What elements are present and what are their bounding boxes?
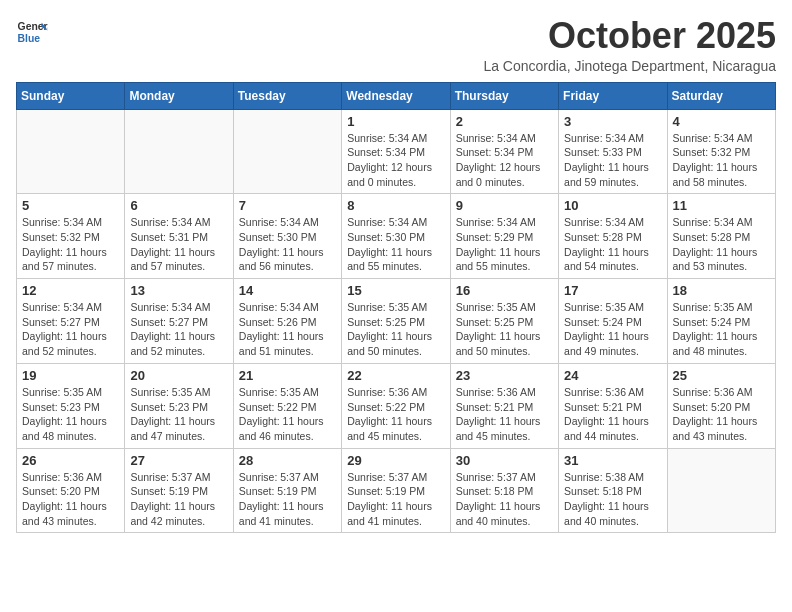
calendar-cell — [233, 109, 341, 194]
day-number: 17 — [564, 283, 661, 298]
day-info: Sunrise: 5:34 AM Sunset: 5:32 PM Dayligh… — [673, 131, 770, 190]
day-number: 4 — [673, 114, 770, 129]
day-info: Sunrise: 5:35 AM Sunset: 5:22 PM Dayligh… — [239, 385, 336, 444]
calendar-cell: 19Sunrise: 5:35 AM Sunset: 5:23 PM Dayli… — [17, 363, 125, 448]
day-info: Sunrise: 5:35 AM Sunset: 5:23 PM Dayligh… — [130, 385, 227, 444]
calendar-cell: 16Sunrise: 5:35 AM Sunset: 5:25 PM Dayli… — [450, 279, 558, 364]
day-number: 18 — [673, 283, 770, 298]
col-header-friday: Friday — [559, 82, 667, 109]
col-header-wednesday: Wednesday — [342, 82, 450, 109]
day-number: 5 — [22, 198, 119, 213]
day-info: Sunrise: 5:37 AM Sunset: 5:19 PM Dayligh… — [130, 470, 227, 529]
calendar-cell: 30Sunrise: 5:37 AM Sunset: 5:18 PM Dayli… — [450, 448, 558, 533]
calendar-cell: 20Sunrise: 5:35 AM Sunset: 5:23 PM Dayli… — [125, 363, 233, 448]
day-number: 2 — [456, 114, 553, 129]
day-number: 31 — [564, 453, 661, 468]
calendar-cell: 18Sunrise: 5:35 AM Sunset: 5:24 PM Dayli… — [667, 279, 775, 364]
calendar-cell: 14Sunrise: 5:34 AM Sunset: 5:26 PM Dayli… — [233, 279, 341, 364]
month-title: October 2025 — [483, 16, 776, 56]
title-block: October 2025 La Concordia, Jinotega Depa… — [483, 16, 776, 74]
week-row-1: 1Sunrise: 5:34 AM Sunset: 5:34 PM Daylig… — [17, 109, 776, 194]
calendar-cell: 25Sunrise: 5:36 AM Sunset: 5:20 PM Dayli… — [667, 363, 775, 448]
day-info: Sunrise: 5:34 AM Sunset: 5:30 PM Dayligh… — [239, 215, 336, 274]
day-number: 23 — [456, 368, 553, 383]
page-header: General Blue October 2025 La Concordia, … — [16, 16, 776, 74]
calendar-table: SundayMondayTuesdayWednesdayThursdayFrid… — [16, 82, 776, 534]
day-info: Sunrise: 5:34 AM Sunset: 5:31 PM Dayligh… — [130, 215, 227, 274]
calendar-cell: 9Sunrise: 5:34 AM Sunset: 5:29 PM Daylig… — [450, 194, 558, 279]
day-info: Sunrise: 5:35 AM Sunset: 5:23 PM Dayligh… — [22, 385, 119, 444]
day-number: 20 — [130, 368, 227, 383]
calendar-cell — [667, 448, 775, 533]
day-info: Sunrise: 5:37 AM Sunset: 5:18 PM Dayligh… — [456, 470, 553, 529]
day-info: Sunrise: 5:34 AM Sunset: 5:28 PM Dayligh… — [564, 215, 661, 274]
calendar-cell: 23Sunrise: 5:36 AM Sunset: 5:21 PM Dayli… — [450, 363, 558, 448]
col-header-saturday: Saturday — [667, 82, 775, 109]
day-number: 27 — [130, 453, 227, 468]
logo: General Blue — [16, 16, 48, 48]
location: La Concordia, Jinotega Department, Nicar… — [483, 58, 776, 74]
logo-icon: General Blue — [16, 16, 48, 48]
day-info: Sunrise: 5:36 AM Sunset: 5:21 PM Dayligh… — [456, 385, 553, 444]
calendar-cell: 2Sunrise: 5:34 AM Sunset: 5:34 PM Daylig… — [450, 109, 558, 194]
day-info: Sunrise: 5:34 AM Sunset: 5:33 PM Dayligh… — [564, 131, 661, 190]
col-header-thursday: Thursday — [450, 82, 558, 109]
day-info: Sunrise: 5:36 AM Sunset: 5:20 PM Dayligh… — [673, 385, 770, 444]
day-info: Sunrise: 5:36 AM Sunset: 5:20 PM Dayligh… — [22, 470, 119, 529]
day-number: 6 — [130, 198, 227, 213]
day-info: Sunrise: 5:35 AM Sunset: 5:25 PM Dayligh… — [347, 300, 444, 359]
day-info: Sunrise: 5:34 AM Sunset: 5:27 PM Dayligh… — [22, 300, 119, 359]
calendar-cell: 27Sunrise: 5:37 AM Sunset: 5:19 PM Dayli… — [125, 448, 233, 533]
calendar-cell: 24Sunrise: 5:36 AM Sunset: 5:21 PM Dayli… — [559, 363, 667, 448]
day-number: 8 — [347, 198, 444, 213]
col-header-tuesday: Tuesday — [233, 82, 341, 109]
col-header-sunday: Sunday — [17, 82, 125, 109]
week-row-5: 26Sunrise: 5:36 AM Sunset: 5:20 PM Dayli… — [17, 448, 776, 533]
day-info: Sunrise: 5:35 AM Sunset: 5:24 PM Dayligh… — [564, 300, 661, 359]
calendar-cell: 13Sunrise: 5:34 AM Sunset: 5:27 PM Dayli… — [125, 279, 233, 364]
calendar-cell: 21Sunrise: 5:35 AM Sunset: 5:22 PM Dayli… — [233, 363, 341, 448]
calendar-cell: 17Sunrise: 5:35 AM Sunset: 5:24 PM Dayli… — [559, 279, 667, 364]
day-info: Sunrise: 5:36 AM Sunset: 5:21 PM Dayligh… — [564, 385, 661, 444]
calendar-cell: 4Sunrise: 5:34 AM Sunset: 5:32 PM Daylig… — [667, 109, 775, 194]
day-number: 30 — [456, 453, 553, 468]
day-info: Sunrise: 5:34 AM Sunset: 5:30 PM Dayligh… — [347, 215, 444, 274]
day-number: 22 — [347, 368, 444, 383]
calendar-cell: 6Sunrise: 5:34 AM Sunset: 5:31 PM Daylig… — [125, 194, 233, 279]
calendar-cell: 1Sunrise: 5:34 AM Sunset: 5:34 PM Daylig… — [342, 109, 450, 194]
day-number: 29 — [347, 453, 444, 468]
day-info: Sunrise: 5:38 AM Sunset: 5:18 PM Dayligh… — [564, 470, 661, 529]
day-number: 11 — [673, 198, 770, 213]
day-number: 13 — [130, 283, 227, 298]
day-number: 10 — [564, 198, 661, 213]
calendar-cell: 12Sunrise: 5:34 AM Sunset: 5:27 PM Dayli… — [17, 279, 125, 364]
calendar-cell: 11Sunrise: 5:34 AM Sunset: 5:28 PM Dayli… — [667, 194, 775, 279]
calendar-cell: 7Sunrise: 5:34 AM Sunset: 5:30 PM Daylig… — [233, 194, 341, 279]
day-number: 9 — [456, 198, 553, 213]
calendar-cell: 26Sunrise: 5:36 AM Sunset: 5:20 PM Dayli… — [17, 448, 125, 533]
calendar-cell: 28Sunrise: 5:37 AM Sunset: 5:19 PM Dayli… — [233, 448, 341, 533]
calendar-cell: 3Sunrise: 5:34 AM Sunset: 5:33 PM Daylig… — [559, 109, 667, 194]
day-number: 19 — [22, 368, 119, 383]
day-info: Sunrise: 5:34 AM Sunset: 5:32 PM Dayligh… — [22, 215, 119, 274]
calendar-cell: 31Sunrise: 5:38 AM Sunset: 5:18 PM Dayli… — [559, 448, 667, 533]
day-number: 12 — [22, 283, 119, 298]
calendar-cell: 10Sunrise: 5:34 AM Sunset: 5:28 PM Dayli… — [559, 194, 667, 279]
day-info: Sunrise: 5:37 AM Sunset: 5:19 PM Dayligh… — [239, 470, 336, 529]
week-row-4: 19Sunrise: 5:35 AM Sunset: 5:23 PM Dayli… — [17, 363, 776, 448]
calendar-cell: 8Sunrise: 5:34 AM Sunset: 5:30 PM Daylig… — [342, 194, 450, 279]
day-number: 24 — [564, 368, 661, 383]
calendar-cell — [125, 109, 233, 194]
calendar-cell: 22Sunrise: 5:36 AM Sunset: 5:22 PM Dayli… — [342, 363, 450, 448]
day-info: Sunrise: 5:34 AM Sunset: 5:28 PM Dayligh… — [673, 215, 770, 274]
day-info: Sunrise: 5:37 AM Sunset: 5:19 PM Dayligh… — [347, 470, 444, 529]
svg-text:Blue: Blue — [18, 33, 41, 44]
calendar-cell: 5Sunrise: 5:34 AM Sunset: 5:32 PM Daylig… — [17, 194, 125, 279]
day-number: 26 — [22, 453, 119, 468]
day-info: Sunrise: 5:34 AM Sunset: 5:29 PM Dayligh… — [456, 215, 553, 274]
calendar-cell: 15Sunrise: 5:35 AM Sunset: 5:25 PM Dayli… — [342, 279, 450, 364]
day-info: Sunrise: 5:34 AM Sunset: 5:34 PM Dayligh… — [347, 131, 444, 190]
day-number: 1 — [347, 114, 444, 129]
col-header-monday: Monday — [125, 82, 233, 109]
week-row-2: 5Sunrise: 5:34 AM Sunset: 5:32 PM Daylig… — [17, 194, 776, 279]
